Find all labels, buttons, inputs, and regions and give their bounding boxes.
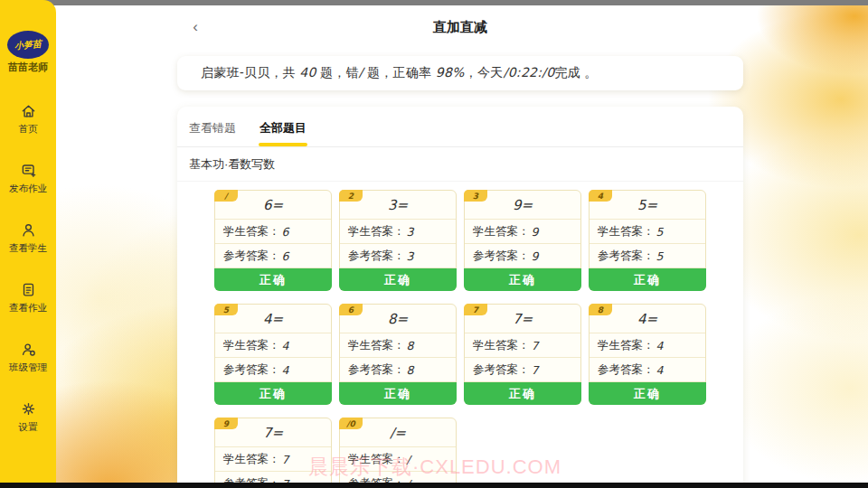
reference-answer-value: 6 (282, 249, 289, 263)
reference-answer-value: 4 (282, 363, 289, 377)
question-card: 2 3= 学生答案： 3 参考答案： 3 正确 (339, 190, 457, 291)
tab-wrong-questions[interactable]: 查看错题 (189, 120, 236, 146)
home-icon (20, 102, 37, 119)
app-logo-text: 小笋苗 (14, 37, 42, 52)
tab-all-questions[interactable]: 全部题目 (259, 120, 307, 146)
summary-card: 启蒙班-贝贝，共 40 题，错/ 题，正确率 98%，今天/0:22:/0完成 … (177, 56, 743, 90)
page-header: ‹ 直加直减 (177, 16, 743, 42)
reference-answer-value: 3 (407, 249, 414, 263)
question-number-badge: /0 (339, 418, 363, 429)
student-answer-value: / (407, 453, 410, 466)
reference-answer-label: 参考答案： (473, 362, 530, 378)
student-answer-label: 学生答案： (348, 338, 405, 353)
sidebar-item-view-students[interactable]: 查看学生 (0, 221, 56, 255)
student-answer-value: 7 (532, 339, 539, 352)
summary-text: 启蒙班-贝贝，共 40 题，错/ 题，正确率 98%，今天/0:22:/0完成 … (201, 65, 598, 81)
question-number-badge: 6 (339, 304, 363, 315)
sidebar-item-settings[interactable]: 设置 (0, 400, 56, 434)
sidebar-item-label: 首页 (19, 123, 38, 136)
reference-answer-row: 参考答案： 9 (465, 244, 580, 268)
status-badge: 正确 (339, 268, 457, 291)
reference-answer-row: 参考答案： 4 (215, 358, 331, 382)
summary-accuracy: 98% (436, 65, 465, 80)
page-title: 直加直减 (177, 16, 743, 36)
reference-answer-value: 4 (656, 363, 664, 377)
reference-answer-label: 参考答案： (223, 249, 280, 264)
student-answer-value: 5 (656, 225, 664, 239)
sidebar-item-home[interactable]: 首页 (0, 102, 56, 136)
student-answer-label: 学生答案： (598, 224, 655, 239)
status-badge: 正确 (214, 268, 332, 291)
question-card: 8 4= 学生答案： 4 参考答案： 4 正确 (589, 304, 706, 405)
status-badge: 正确 (589, 268, 706, 291)
question-number-badge: 5 (214, 304, 238, 315)
view-homework-icon (20, 281, 37, 298)
question-card: 6 8= 学生答案： 8 参考答案： 8 正确 (339, 304, 457, 405)
question-number-badge: 4 (589, 190, 612, 202)
student-answer-value: 6 (282, 225, 289, 239)
student-answer-value: 4 (282, 339, 289, 352)
student-answer-label: 学生答案： (348, 452, 405, 467)
student-answer-value: 9 (532, 225, 539, 239)
sidebar-menu: 首页 发布作业 查看学生 查看作业 班级管理 (0, 102, 56, 434)
reference-answer-label: 参考答案： (348, 249, 405, 264)
sidebar-item-label: 查看作业 (9, 302, 47, 314)
sidebar: 小笋苗 苗苗老师 首页 发布作业 查看学生 查看作业 (0, 0, 56, 488)
reference-answer-row: 参考答案： 6 (215, 244, 331, 268)
sidebar-item-label: 查看学生 (9, 242, 47, 255)
section-title: 基本功·看数写数 (177, 147, 743, 182)
question-card: /0 /= 学生答案： / 参考答案： / 正确 (339, 418, 457, 488)
question-card: 5 4= 学生答案： 4 参考答案： 4 正确 (214, 304, 332, 405)
summary-segment: 启蒙班-贝贝，共 (201, 65, 299, 80)
student-answer-label: 学生答案： (473, 224, 530, 239)
top-letterbox-bar (0, 0, 868, 5)
sidebar-item-publish-homework[interactable]: 发布作业 (0, 162, 56, 195)
sidebar-item-view-homework[interactable]: 查看作业 (0, 281, 56, 314)
student-answer-label: 学生答案： (473, 338, 530, 353)
sidebar-item-label: 设置 (19, 421, 38, 434)
student-answer-row: 学生答案： 4 (215, 333, 331, 358)
reference-answer-value: 5 (656, 249, 664, 263)
publish-homework-icon (20, 162, 37, 179)
questions-grid: / 6= 学生答案： 6 参考答案： 6 正确 2 3= 学生答案： 3 参考答… (214, 190, 706, 488)
summary-segment: 完成 。 (555, 65, 598, 80)
reference-answer-value: 7 (532, 363, 539, 377)
back-button[interactable]: ‹ (185, 17, 205, 37)
reference-answer-value: 8 (407, 363, 414, 377)
status-badge: 正确 (464, 382, 581, 405)
status-badge: 正确 (589, 382, 706, 405)
status-badge: 正确 (464, 268, 581, 291)
student-answer-value: 7 (282, 453, 289, 466)
sidebar-item-label: 发布作业 (9, 183, 47, 195)
question-number-badge: 3 (464, 190, 487, 202)
student-answer-row: 学生答案： 4 (590, 333, 705, 358)
student-answer-label: 学生答案： (598, 338, 655, 353)
student-answer-row: 学生答案： 7 (465, 333, 580, 358)
student-answer-value: 8 (407, 339, 414, 352)
reference-answer-row: 参考答案： 3 (340, 244, 456, 268)
question-card: 3 9= 学生答案： 9 参考答案： 9 正确 (464, 190, 581, 291)
student-answer-row: 学生答案： / (340, 447, 456, 472)
teacher-name: 苗苗老师 (0, 61, 56, 74)
student-answer-value: 3 (407, 225, 414, 239)
summary-total-count: 40 (299, 65, 316, 80)
question-number-badge: 8 (589, 304, 612, 315)
question-number-badge: 2 (339, 190, 363, 202)
summary-segment: ，今天 (465, 65, 504, 80)
settings-icon (20, 400, 37, 418)
app-logo: 小笋苗 (7, 31, 49, 59)
student-answer-row: 学生答案： 5 (590, 220, 705, 244)
sidebar-item-class-management[interactable]: 班级管理 (0, 341, 56, 374)
summary-segment: 题，错 (316, 65, 359, 80)
class-management-icon (20, 341, 37, 358)
student-answer-label: 学生答案： (223, 338, 280, 353)
student-answer-row: 学生答案： 3 (340, 220, 456, 244)
student-answer-row: 学生答案： 7 (215, 447, 331, 472)
reference-answer-row: 参考答案： 4 (590, 358, 705, 382)
summary-finish-time: /0:22:/0 (504, 65, 555, 80)
student-answer-label: 学生答案： (223, 224, 280, 239)
reference-answer-label: 参考答案： (473, 249, 530, 264)
student-answer-label: 学生答案： (223, 452, 280, 467)
summary-segment: 题，正确率 (363, 65, 436, 80)
question-card: 7 7= 学生答案： 7 参考答案： 7 正确 (464, 304, 581, 405)
